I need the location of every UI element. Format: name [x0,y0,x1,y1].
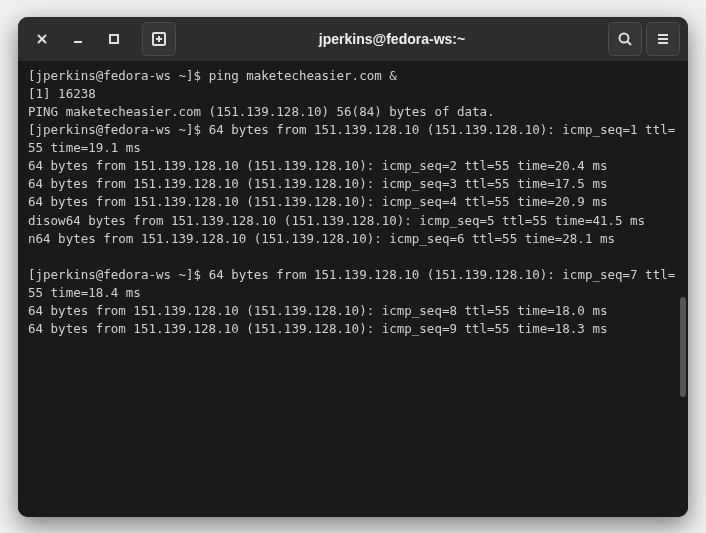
window-title: jperkins@fedora-ws:~ [180,31,604,47]
shell-prompt: [jperkins@fedora-ws ~]$ [28,267,209,282]
new-tab-button[interactable] [142,22,176,56]
terminal-line: 64 bytes from 151.139.128.10 (151.139.12… [28,175,678,193]
shell-prompt: [jperkins@fedora-ws ~]$ [28,68,209,83]
shell-prompt: [jperkins@fedora-ws ~]$ [28,122,209,137]
menu-button[interactable] [646,22,680,56]
svg-rect-0 [110,35,118,43]
search-icon [617,31,633,47]
terminal-line: [jperkins@fedora-ws ~]$ 64 bytes from 15… [28,121,678,157]
close-button[interactable] [26,23,58,55]
hamburger-icon [655,31,671,47]
command-text: ping maketecheasier.com & [209,68,397,83]
terminal-line [28,248,678,266]
minimize-icon [70,31,86,47]
scrollbar-thumb[interactable] [680,297,686,397]
terminal-line: [1] 16238 [28,85,678,103]
minimize-button[interactable] [62,23,94,55]
window-controls [26,22,176,56]
terminal-line: PING maketecheasier.com (151.139.128.10)… [28,103,678,121]
terminal-line: disow64 bytes from 151.139.128.10 (151.1… [28,212,678,230]
terminal-line: 64 bytes from 151.139.128.10 (151.139.12… [28,193,678,211]
terminal-window: jperkins@fedora-ws:~ [jperkins@fedora-ws… [18,17,688,517]
svg-point-2 [620,33,629,42]
close-icon [34,31,50,47]
search-button[interactable] [608,22,642,56]
maximize-icon [106,31,122,47]
terminal-line: n64 bytes from 151.139.128.10 (151.139.1… [28,230,678,248]
titlebar: jperkins@fedora-ws:~ [18,17,688,61]
terminal-line: [jperkins@fedora-ws ~]$ 64 bytes from 15… [28,266,678,302]
terminal-line: 64 bytes from 151.139.128.10 (151.139.12… [28,320,678,338]
terminal-line: 64 bytes from 151.139.128.10 (151.139.12… [28,157,678,175]
terminal-line: 64 bytes from 151.139.128.10 (151.139.12… [28,302,678,320]
new-tab-icon [150,30,168,48]
maximize-button[interactable] [98,23,130,55]
header-actions [608,22,680,56]
terminal-line: [jperkins@fedora-ws ~]$ ping maketecheas… [28,67,678,85]
terminal-output[interactable]: [jperkins@fedora-ws ~]$ ping maketecheas… [18,61,688,517]
